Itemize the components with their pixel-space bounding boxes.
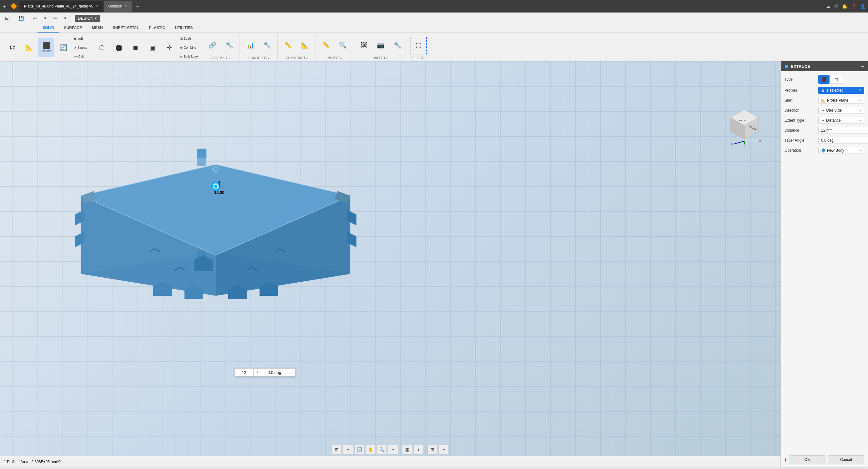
save-button[interactable]: 💾 (17, 14, 25, 23)
select-mode-button[interactable]: ⬚ (410, 36, 427, 54)
taper-angle-input[interactable] (818, 137, 868, 144)
fit-view-button[interactable]: ⊞ (332, 445, 342, 455)
direction-value: → One Side ▾ (818, 107, 864, 114)
tab-1-close[interactable]: × (96, 4, 98, 9)
title-bar-right: ☁ ① 🔔 ❓ 👤 (826, 4, 866, 9)
scale-button[interactable]: ⇲ Scale (178, 34, 200, 43)
loft-button[interactable]: ◆ Loft (72, 34, 89, 43)
grid-menu-button[interactable]: ⊞ (2, 14, 11, 23)
fit-dropdown-icon[interactable]: ▾ (343, 445, 353, 455)
revolve-button[interactable]: 🔄 (55, 38, 71, 57)
configure-dropdown-icon[interactable]: ▾ (268, 57, 269, 60)
canvas-button[interactable]: 📷 (373, 36, 389, 54)
profiles-badge[interactable]: ⊞ 1 selected × (818, 87, 864, 94)
chamfer-button[interactable]: ◼ (128, 38, 144, 57)
operation-dropdown[interactable]: 🔷 New Body ▾ (818, 147, 864, 154)
navigation-cube[interactable]: FRONT RIGHT Y X Z (724, 105, 765, 146)
inspect-more-button[interactable]: 🔍 (335, 36, 351, 54)
ok-button[interactable]: OK (789, 455, 826, 464)
undo-dropdown[interactable]: ▾ (41, 14, 50, 23)
grid-dropdown-icon[interactable]: ▾ (439, 445, 449, 455)
configure-more-icon: 🔧 (263, 42, 271, 48)
distance-input[interactable] (818, 127, 868, 134)
tab-1[interactable]: Platte_48_48 und Platte_48_24_farbig v5 … (20, 1, 102, 12)
joint-button[interactable]: 🔗 (205, 36, 221, 54)
combine-button[interactable]: ⊕ Combine (178, 43, 200, 52)
new-tab-button[interactable]: ＋ (135, 2, 141, 10)
operation-label: Operation (784, 148, 816, 153)
app-menu-icon[interactable]: ⊞ (2, 3, 6, 9)
profiles-row: Profiles ⊞ 1 selected × (784, 87, 864, 94)
inspect-dropdown-icon[interactable]: ▾ (341, 57, 342, 60)
extent-type-dropdown[interactable]: ↔ Distance ▾ (818, 117, 864, 124)
distance-options-icon[interactable]: ⋮ (254, 369, 262, 376)
arrow-indicator: ↑ 12.00 (214, 177, 224, 195)
distance-value[interactable]: 12 (235, 369, 254, 376)
tab-sheet-metal[interactable]: SHEET METAL (108, 24, 144, 33)
assemble-dropdown-icon[interactable]: ▾ (229, 57, 230, 60)
table-button[interactable]: 📊 (242, 36, 258, 54)
fillet-button[interactable]: ⬤ (111, 38, 127, 57)
coil-button[interactable]: 〰 Coil (72, 52, 89, 61)
table-icon: 📊 (246, 42, 254, 48)
tab-plastic[interactable]: PLASTIC (144, 24, 170, 33)
cancel-button[interactable]: Cancel (828, 455, 865, 464)
start-dropdown[interactable]: 📐 Profile Plane ▾ (818, 97, 864, 104)
design-menu-button[interactable]: DESIGN ▾ (75, 15, 100, 22)
move-button[interactable]: ✛ (161, 38, 178, 57)
ribbon-group-inspect: 📏 🔍 INSPECT ▾ (316, 34, 353, 60)
display-mode-button[interactable]: ▦ (402, 445, 412, 455)
extrude-button[interactable]: ⬛ Extrude (38, 38, 54, 57)
tab-surface[interactable]: SURFACE (59, 24, 87, 33)
tab-mesh[interactable]: MESH (87, 24, 108, 33)
create-sketch-button[interactable]: 📐 (21, 38, 37, 57)
cloud-icon[interactable]: ☁ (826, 4, 831, 9)
direction-dropdown-arrow: ▾ (860, 109, 862, 112)
bell-icon[interactable]: 🔔 (842, 4, 847, 9)
display-dropdown-icon[interactable]: ▾ (413, 445, 423, 455)
press-pull-button[interactable]: ⬡ (94, 38, 110, 57)
main-area: ↑ 12.00 12 ⋮ 0.0 deg ⋮ FRONT RIGHT (0, 61, 868, 467)
tab-2[interactable]: Untitled* × (104, 1, 132, 12)
redo-dropdown[interactable]: ▾ (61, 14, 69, 23)
construct-more-button[interactable]: 📐 (297, 36, 313, 54)
nav-cube-svg[interactable]: FRONT RIGHT Y X Z (724, 105, 765, 146)
insert-dropdown-icon[interactable]: ▾ (386, 57, 388, 60)
extrude-expand-button[interactable]: ⇥ (861, 64, 864, 69)
redo-button[interactable]: ↪ (51, 14, 59, 23)
viewport[interactable]: ↑ 12.00 12 ⋮ 0.0 deg ⋮ FRONT RIGHT (0, 61, 780, 467)
help-icon[interactable]: ❓ (851, 4, 857, 9)
new-component-button[interactable]: 🗂 (4, 38, 21, 57)
move-icon: ✛ (167, 44, 172, 51)
shell-button[interactable]: ▣ (145, 38, 161, 57)
profiles-clear-button[interactable]: × (859, 88, 861, 93)
sweep-button[interactable]: ⟳ Sweep (72, 43, 89, 52)
type-solid-button[interactable]: ⬛ (818, 75, 830, 84)
angle-options-icon[interactable]: ⋮ (287, 369, 295, 376)
type-surface-button[interactable]: ◻ (831, 75, 842, 84)
user-avatar[interactable]: 👤 (860, 4, 866, 9)
insert-more-button[interactable]: 🔧 (390, 36, 406, 54)
undo-button[interactable]: ↩ (31, 14, 39, 23)
split-body-button[interactable]: ⊗ Split Body (178, 52, 200, 61)
pan-button[interactable]: ✋ (366, 445, 375, 455)
orbit-button[interactable]: 🔄 (354, 445, 364, 455)
tab-utilities[interactable]: UTILITIES (170, 24, 198, 33)
as-built-joint-button[interactable]: 🔧 (221, 36, 238, 54)
extent-type-label: Extent Type (784, 118, 816, 123)
extrude-body: Type ⬛ ◻ Profiles ⊞ 1 selected × (781, 71, 868, 452)
construct-dropdown-icon[interactable]: ▾ (306, 57, 307, 60)
select-dropdown-icon[interactable]: ▾ (424, 57, 426, 60)
configure-more-button[interactable]: 🔧 (259, 36, 276, 54)
direction-dropdown[interactable]: → One Side ▾ (818, 107, 864, 114)
insert-button[interactable]: 🖼 (356, 36, 372, 54)
zoom-button[interactable]: 🔍 (377, 445, 387, 455)
info-icon[interactable]: ℹ (784, 457, 786, 463)
tab-solid[interactable]: SOLID (37, 24, 59, 33)
zoom-dropdown-icon[interactable]: ▾ (388, 445, 398, 455)
offset-plane-button[interactable]: 📏 (280, 36, 297, 54)
measure-button[interactable]: 📏 (318, 36, 334, 54)
grid-display-button[interactable]: ⊞ (428, 445, 437, 455)
angle-value[interactable]: 0.0 deg (262, 369, 287, 376)
tab-2-close[interactable]: × (125, 4, 127, 9)
